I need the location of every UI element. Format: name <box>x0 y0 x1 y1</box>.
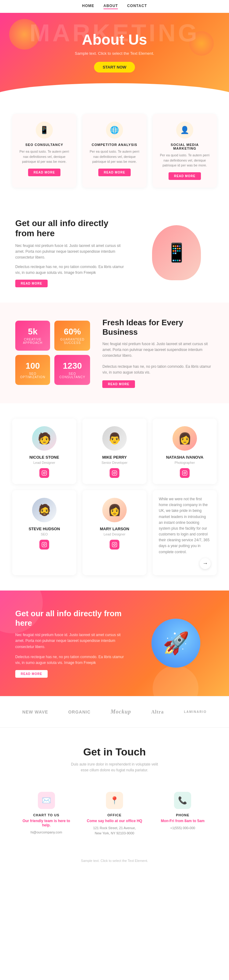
natasha-avatar: 👩 <box>172 426 197 451</box>
team-card-natasha: 👩 NATASHA IVANOVA Photographer <box>153 418 217 484</box>
svg-rect-6 <box>183 471 187 475</box>
mary-name: MARY LARSON <box>87 527 142 531</box>
seo-title: SEO CONSULTANCY <box>18 143 70 146</box>
nav-about[interactable]: ABOUT <box>104 4 118 9</box>
steve-avatar: 🧔 <box>32 498 57 522</box>
team-info-card: While we were not the first home clearin… <box>153 490 217 575</box>
steve-role: SEO <box>17 532 72 536</box>
phone-hand-illustration: 📱 <box>152 225 201 280</box>
pink-cta-read-more-button[interactable]: READ MORE <box>15 670 47 678</box>
service-card-competitor: 🌐 COMPETITOR ANALYSIS Per ea quod iusto.… <box>82 114 147 188</box>
service-card-seo: 📱 SEO CONSULTANCY Per ea quod iusto. Te … <box>12 114 76 188</box>
team-row2: 🧔 STEVE HUDSON SEO 👩 MARY LARSON Lead De… <box>12 490 217 575</box>
rocket-illustration: 🚀 <box>152 619 200 668</box>
nav-home[interactable]: HOME <box>82 4 94 9</box>
competitor-desc: Per ea quod iusto. Te autem perri nax de… <box>88 149 141 164</box>
cta-blob-2 <box>153 665 199 696</box>
stat-seo-cons: 1230 SEO CONSULTANCY <box>54 355 90 385</box>
mike-name: MIKE PERRY <box>87 455 142 460</box>
office-icon: 📍 <box>106 792 123 809</box>
pink-cta-para1: Nec feugiat nisl pretium fusce id. Justo… <box>15 632 129 650</box>
svg-point-7 <box>184 472 186 474</box>
info-read-more-button[interactable]: READ MORE <box>15 280 47 287</box>
team-card-steve: 🧔 STEVE HUDSON SEO <box>12 490 76 575</box>
svg-point-4 <box>114 472 115 474</box>
svg-rect-0 <box>42 471 47 475</box>
social-title: SOCIAL MEDIA MARKETING <box>159 143 211 150</box>
fresh-ideas-block: Fresh Ideas for Every Business Nec feugi… <box>102 318 214 388</box>
mary-role: Lead Designer <box>87 532 142 536</box>
svg-point-8 <box>186 471 186 472</box>
phone-number: +1(555) 000-000 <box>155 826 211 831</box>
fresh-ideas-title: Fresh Ideas for Every Business <box>102 318 214 337</box>
pink-cta-image-block: 🚀 <box>138 619 214 668</box>
team-arrow-button[interactable]: → <box>200 558 211 569</box>
chart-email: hi@ourcompany.com <box>18 830 74 835</box>
hero-wave <box>0 83 229 99</box>
office-title: OFFICE <box>87 813 142 817</box>
natasha-instagram-icon[interactable] <box>180 468 190 478</box>
stat-seo-opt-value: 100 <box>20 361 45 371</box>
contact-title: Get in Touch <box>15 746 214 758</box>
svg-point-2 <box>45 471 46 472</box>
nav-contact[interactable]: CONTACT <box>127 4 147 9</box>
pink-cta-para2: Delectus recteque has ne, no pro tation … <box>15 654 129 666</box>
service-card-social: 👤 SOCIAL MEDIA MARKETING Per ea quod ius… <box>153 114 217 188</box>
svg-rect-9 <box>42 542 47 547</box>
stat-success-label: GUARANTEED SUCCESS <box>59 338 85 345</box>
info-para1: Nec feugiat nisl pretium fusce id. Justo… <box>15 243 127 261</box>
nicole-role: Lead Designer <box>17 461 72 465</box>
stat-seo-cons-label: SEO CONSULTANCY <box>59 372 85 379</box>
pink-cta-text-block: Get our all info directly from here Nec … <box>15 609 129 678</box>
contact-card-chart: ✉️ CHART TO US Our friendly team is here… <box>15 786 77 842</box>
mike-role: Senior Developer <box>87 461 142 465</box>
brand-laminario: LAMINARIO <box>184 710 207 714</box>
competitor-read-more-button[interactable]: READ MORE <box>98 169 131 176</box>
brand-new-wave: NEW WAVE <box>22 710 48 714</box>
social-read-more-button[interactable]: READ MORE <box>169 172 201 180</box>
svg-point-1 <box>43 472 45 474</box>
hero-cta-button[interactable]: START NOW <box>94 62 135 73</box>
nicole-instagram-icon[interactable] <box>39 468 49 478</box>
mary-instagram-icon[interactable] <box>110 540 119 549</box>
svg-rect-12 <box>112 542 117 547</box>
social-desc: Per ea quod iusto. Te autem perri nax de… <box>159 153 211 168</box>
steve-instagram-icon[interactable] <box>39 540 49 549</box>
social-icon: 👤 <box>176 121 193 138</box>
stat-seo-opt: 100 SEO OPTIMIZATION <box>15 355 50 385</box>
brands-section: NEW WAVE ORGANIC Mockup Altra LAMINARIO <box>0 696 229 727</box>
brand-altra: Altra <box>151 709 164 715</box>
stat-success-value: 60% <box>59 327 85 337</box>
steve-name: STEVE HUDSON <box>17 527 72 531</box>
contact-subtitle: Duis aute irure dolor in reprehenderit i… <box>69 762 160 773</box>
svg-point-11 <box>45 543 46 544</box>
team-info-text: While we were not the first home clearin… <box>159 496 211 555</box>
contact-card-phone: 📞 PHONE Mon-Fri from 8am to 5am +1(555) … <box>152 786 214 842</box>
team-card-mary: 👩 MARY LARSON Lead Designer <box>82 490 147 575</box>
contact-section: Get in Touch Duis aute irure dolor in re… <box>0 727 229 854</box>
team-section: 🧑 NICOLE STONE Lead Designer 👨 MIKE PERR… <box>0 403 229 590</box>
contact-grid: ✉️ CHART TO US Our friendly team is here… <box>15 786 214 842</box>
svg-point-10 <box>43 544 45 546</box>
info-image-block: 📱 <box>139 225 214 280</box>
chart-link: Our friendly team is here to help. <box>18 819 74 827</box>
pink-cta-section: Get our all info directly from here Nec … <box>0 590 229 696</box>
pink-cta-title: Get our all info directly from here <box>15 609 129 628</box>
contact-card-office: 📍 OFFICE Come say hello at our office HQ… <box>83 786 145 842</box>
team-card-mike: 👨 MIKE PERRY Senior Developer <box>82 418 147 484</box>
seo-read-more-button[interactable]: READ MORE <box>28 169 60 176</box>
stat-seo-opt-label: SEO OPTIMIZATION <box>20 372 45 379</box>
hero-subtitle: Sample text. Click to select the Text El… <box>12 51 217 56</box>
nicole-avatar: 🧑 <box>32 426 57 451</box>
footer: Sample text. Click to select the Text El… <box>0 854 229 867</box>
footer-text: Sample text. Click to select the Text El… <box>81 859 148 862</box>
svg-rect-3 <box>112 471 117 475</box>
services-grid: 📱 SEO CONSULTANCY Per ea quod iusto. Te … <box>12 114 217 188</box>
phone-link: Mon-Fri from 8am to 5am <box>155 819 211 823</box>
fresh-ideas-read-more-button[interactable]: READ MORE <box>102 380 135 388</box>
competitor-icon: 🌐 <box>106 121 123 138</box>
team-grid: 🧑 NICOLE STONE Lead Designer 👨 MIKE PERR… <box>12 418 217 484</box>
mike-instagram-icon[interactable] <box>110 468 119 478</box>
mike-avatar: 👨 <box>102 426 127 451</box>
info-para2: Delectus recteque has ne, no pro tation … <box>15 264 127 276</box>
